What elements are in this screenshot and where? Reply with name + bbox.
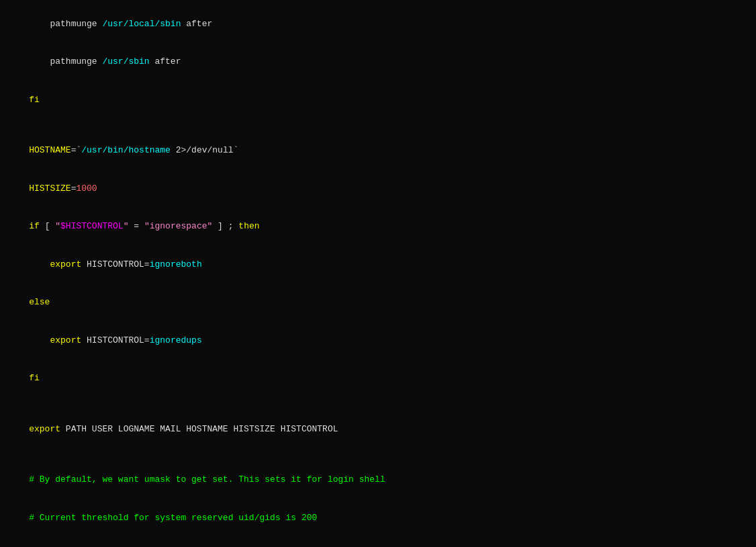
code-line: HOSTNAME=`/usr/bin/hostname 2>/dev/null` xyxy=(8,132,748,170)
code-line: HISTSIZE=1000 xyxy=(8,170,748,208)
code-line: export HISTCONTROL=ignoredups xyxy=(8,322,748,360)
blank-line xyxy=(8,449,748,462)
code-line: export HISTCONTROL=ignoreboth xyxy=(8,246,748,284)
blank-line xyxy=(8,120,748,132)
terminal-window: pathmunge /usr/local/sbin after pathmung… xyxy=(0,0,756,547)
code-line: pathmunge /usr/sbin after xyxy=(8,44,748,82)
code-line: # You could check uidgid reservation val… xyxy=(8,537,748,547)
code-line: if [ "$HISTCONTROL" = "ignorespace" ] ; … xyxy=(8,208,748,247)
code-line: fi xyxy=(8,81,748,120)
code-line: # Current threshold for system reserved … xyxy=(8,499,748,538)
code-line: fi xyxy=(8,360,748,398)
code-line: export PATH USER LOGNAME MAIL HOSTNAME H… xyxy=(8,411,748,449)
code-line: else xyxy=(8,284,748,323)
code-line: pathmunge /usr/local/sbin after xyxy=(8,5,748,44)
blank-line xyxy=(8,398,748,411)
code-line: # By default, we want umask to get set. … xyxy=(8,461,748,499)
